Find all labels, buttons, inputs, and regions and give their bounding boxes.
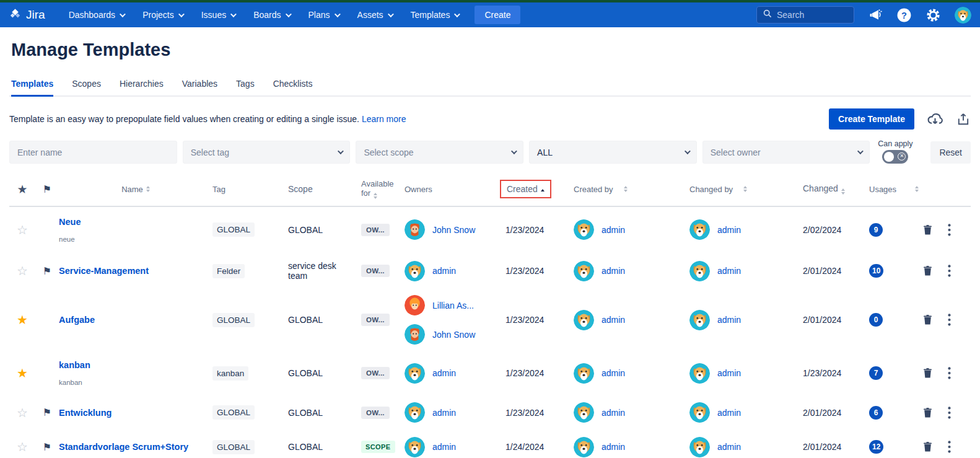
delete-trash-icon[interactable] bbox=[922, 314, 933, 325]
changed-by-link[interactable]: admin bbox=[717, 266, 741, 276]
favorite-star-icon[interactable]: ★ bbox=[17, 312, 28, 327]
nav-item-templates[interactable]: Templates bbox=[411, 10, 459, 20]
delete-trash-icon[interactable] bbox=[922, 265, 933, 276]
favorite-star-icon[interactable]: ★ bbox=[17, 366, 28, 381]
owner-link[interactable]: Lillian As... bbox=[432, 301, 474, 310]
owner-link[interactable]: John Snow bbox=[432, 330, 475, 340]
template-name-link[interactable]: Neue bbox=[59, 217, 212, 227]
kebab-menu-icon[interactable] bbox=[948, 224, 951, 236]
nav-item-plans[interactable]: Plans bbox=[308, 10, 339, 20]
favorite-star-icon[interactable]: ☆ bbox=[17, 405, 28, 420]
owner-link[interactable]: John Snow bbox=[432, 225, 475, 235]
nav-item-boards[interactable]: Boards bbox=[253, 10, 289, 20]
help-icon[interactable]: ? bbox=[896, 7, 912, 23]
learn-more-link[interactable]: Learn more bbox=[362, 114, 406, 124]
tag-chip: GLOBAL bbox=[212, 405, 255, 420]
header-created-by[interactable]: Created by bbox=[574, 185, 689, 194]
owner-link[interactable]: admin bbox=[432, 266, 456, 276]
created-by-link[interactable]: admin bbox=[602, 266, 625, 276]
export-share-icon[interactable] bbox=[956, 112, 971, 126]
delete-trash-icon[interactable] bbox=[922, 368, 933, 379]
owner-filter-select[interactable]: Select owner bbox=[702, 141, 870, 164]
delete-trash-icon[interactable] bbox=[922, 407, 933, 418]
tab-tags[interactable]: Tags bbox=[236, 75, 255, 95]
created-by-link[interactable]: admin bbox=[602, 315, 625, 325]
nav-item-issues[interactable]: Issues bbox=[201, 10, 235, 20]
avatar-admin-dog bbox=[689, 402, 710, 423]
search-input[interactable] bbox=[777, 10, 845, 20]
avatar-admin-dog bbox=[689, 261, 710, 281]
avatar-lillian bbox=[405, 295, 425, 315]
owner-link[interactable]: admin bbox=[432, 408, 456, 418]
template-name-link[interactable]: kanban bbox=[59, 360, 212, 370]
import-cloud-download-icon[interactable] bbox=[927, 111, 943, 128]
tab-templates[interactable]: Templates bbox=[11, 75, 53, 95]
flag-icon: ⚑ bbox=[43, 407, 51, 418]
kebab-menu-icon[interactable] bbox=[948, 367, 951, 379]
delete-trash-icon[interactable] bbox=[922, 441, 933, 452]
created-by-link[interactable]: admin bbox=[602, 368, 625, 378]
kebab-menu-icon[interactable] bbox=[948, 441, 951, 453]
chevron-down-icon bbox=[685, 148, 691, 154]
owner-link[interactable]: admin bbox=[432, 368, 456, 378]
reset-button[interactable]: Reset bbox=[930, 141, 971, 164]
header-changed-by[interactable]: Changed by bbox=[689, 185, 803, 194]
global-search[interactable] bbox=[756, 6, 854, 24]
kebab-menu-icon[interactable] bbox=[948, 407, 951, 419]
user-avatar[interactable] bbox=[955, 7, 971, 24]
announcements-icon[interactable] bbox=[868, 7, 883, 22]
changed-by-link[interactable]: admin bbox=[717, 442, 741, 452]
favorite-star-icon[interactable]: ☆ bbox=[17, 222, 28, 237]
nav-item-projects[interactable]: Projects bbox=[142, 10, 183, 20]
nav-item-dashboards[interactable]: Dashboards bbox=[69, 10, 125, 20]
kebab-menu-icon[interactable] bbox=[948, 314, 951, 326]
jira-brand[interactable]: Jira bbox=[9, 7, 45, 23]
delete-trash-icon[interactable] bbox=[922, 224, 933, 236]
header-available-for[interactable]: Available for bbox=[361, 179, 405, 199]
nav-item-assets[interactable]: Assets bbox=[357, 10, 392, 20]
can-apply-toggle[interactable]: ✕ bbox=[882, 150, 908, 164]
header-tag[interactable]: Tag bbox=[212, 185, 288, 194]
template-name-link[interactable]: Entwicklung bbox=[59, 408, 212, 418]
name-filter-input[interactable] bbox=[17, 148, 169, 157]
template-name-link[interactable]: Aufgabe bbox=[59, 315, 212, 325]
avatar-admin-dog bbox=[574, 310, 594, 330]
create-template-button[interactable]: Create Template bbox=[829, 108, 914, 130]
tag-filter-select[interactable]: Select tag bbox=[183, 141, 351, 164]
changed-by-link[interactable]: admin bbox=[717, 225, 741, 235]
scope-filter-select[interactable]: Select scope bbox=[356, 141, 523, 164]
header-name[interactable]: Name bbox=[59, 185, 212, 194]
toggle-off-x-icon: ✕ bbox=[898, 152, 906, 161]
changed-date: 2/01/2024 bbox=[803, 408, 869, 418]
favorite-star-icon[interactable]: ☆ bbox=[17, 439, 28, 454]
header-created[interactable]: Created bbox=[505, 184, 574, 194]
flag-column-flag-icon[interactable]: ⚑ bbox=[43, 183, 51, 195]
created-by-link[interactable]: admin bbox=[602, 442, 625, 452]
created-by-link[interactable]: admin bbox=[602, 225, 625, 235]
nav-create-button[interactable]: Create bbox=[475, 6, 520, 24]
tab-variables[interactable]: Variables bbox=[182, 75, 217, 95]
changed-date: 2/02/2024 bbox=[803, 225, 869, 235]
tab-checklists[interactable]: Checklists bbox=[273, 75, 313, 95]
changed-by-link[interactable]: admin bbox=[717, 368, 741, 378]
tab-scopes[interactable]: Scopes bbox=[72, 75, 101, 95]
changed-by-link[interactable]: admin bbox=[717, 408, 741, 418]
table-header: ★ ⚑ Name Tag Scope Available for Owners … bbox=[9, 172, 971, 207]
created-by-link[interactable]: admin bbox=[602, 408, 625, 418]
flag-icon: ⚑ bbox=[43, 441, 51, 453]
favorite-column-star-icon[interactable]: ★ bbox=[17, 182, 27, 196]
tab-hierarchies[interactable]: Hierarchies bbox=[120, 75, 164, 95]
type-filter-select[interactable]: ALL bbox=[529, 141, 697, 164]
owner-link[interactable]: admin bbox=[432, 442, 456, 452]
header-scope[interactable]: Scope bbox=[288, 184, 361, 194]
header-changed[interactable]: Changed bbox=[803, 183, 869, 195]
header-owners[interactable]: Owners bbox=[405, 185, 505, 194]
name-filter-field[interactable] bbox=[9, 141, 177, 164]
settings-gear-icon[interactable] bbox=[925, 7, 941, 23]
changed-by-link[interactable]: admin bbox=[717, 315, 741, 325]
template-name-link[interactable]: Standardvorlage Scrum+Story bbox=[59, 442, 212, 452]
kebab-menu-icon[interactable] bbox=[948, 265, 951, 277]
template-name-link[interactable]: Service-Management bbox=[59, 266, 212, 276]
header-usages[interactable]: Usages bbox=[869, 185, 909, 194]
favorite-star-icon[interactable]: ☆ bbox=[17, 263, 28, 278]
